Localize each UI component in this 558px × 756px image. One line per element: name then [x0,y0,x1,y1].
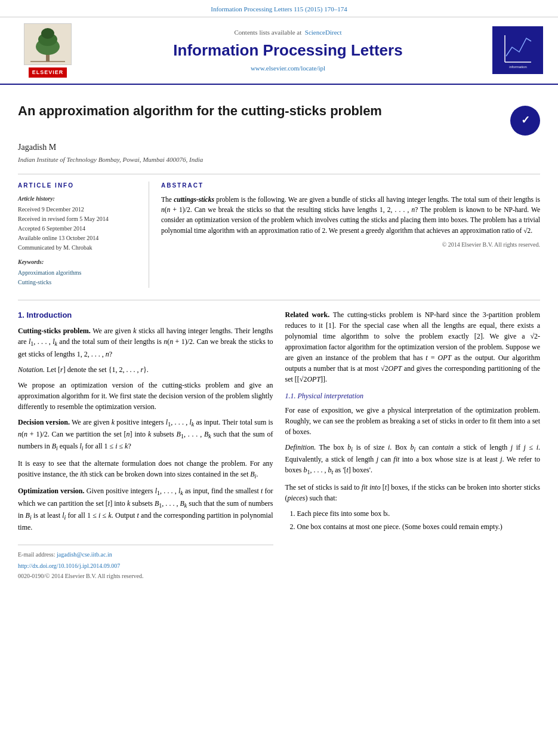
optimization-version-para: Optimization version. Given positive int… [18,485,273,533]
list-item-2: One box contains at most one piece. (Som… [297,521,541,532]
alternate-form-para: It is easy to see that the alternate for… [18,458,273,481]
author-name: Jagadish M [18,142,540,153]
email-line: E-mail address: jagadish@cse.iitb.ac.in [18,550,273,559]
journal-logo-right: information [492,26,546,74]
article-body: An approximation algorithm for the cutti… [0,85,558,593]
fits-into-text: The set of sticks is said to fit into [t… [285,482,541,503]
email-link[interactable]: jagadish@cse.iitb.ac.in [57,551,112,558]
cutting-sticks-problem-para: Cutting-sticks problem. We are given k s… [18,325,273,359]
issn-line: 0020-0190/© 2014 Elsevier B.V. All right… [18,571,273,580]
decision-version-para: Decision version. We are given k positiv… [18,417,273,453]
section-1-title: 1. Introduction [18,309,273,321]
crossmark-icon: ✓ [521,113,530,128]
journal-reference-link[interactable]: Information Processing Letters 115 (2015… [211,5,347,13]
list-item-1: Each piece fits into some box bᵢ. [297,508,541,519]
elsevier-brand-text: ELSEVIER [29,67,67,78]
abstract-heading: ABSTRACT [161,182,540,190]
journal-url-link[interactable]: www.elsevier.com/locate/ipl [251,64,325,72]
keyword-2: Cutting-sticks [18,278,140,287]
journal-header: ELSEVIER Contents lists available at Sci… [0,17,558,85]
proposal-text-para: We propose an optimization version of th… [18,380,273,412]
svg-text:information: information [509,65,527,69]
article-footer: E-mail address: jagadish@cse.iitb.ac.in … [18,545,273,580]
article-info-column: ARTICLE INFO Article history: Received 9… [18,182,149,288]
history-item-5: Communicated by M. Chrobak [18,244,140,252]
doi-link[interactable]: http://dx.doi.org/10.1016/j.ipl.2014.09.… [18,563,120,569]
abstract-text: The cuttings-sticks problem is the follo… [161,195,540,236]
main-two-column-body: 1. Introduction Cutting-sticks problem. … [18,300,540,581]
crossmark-badge: ✓ [510,106,540,136]
related-work-para: Related work. The cutting-sticks problem… [285,309,541,385]
journal-title: Information Processing Letters [90,39,486,61]
fits-into-list: Each piece fits into some box bᵢ. One bo… [297,508,541,532]
copyright-line: © 2014 Elsevier B.V. All rights reserved… [161,241,540,249]
contents-available-line: Contents lists available at ScienceDirec… [90,28,486,37]
article-title-section: An approximation algorithm for the cutti… [18,91,540,142]
physical-interpretation-title: 1.1. Physical interpretation [285,391,541,401]
notation-para: Notation. Let [r] denote the set {1, 2, … [18,364,273,375]
keyword-1: Approximation algorithms [18,269,140,277]
author-affiliation: Indian Institute of Technology Bombay, P… [18,155,540,164]
history-item-3: Accepted 6 September 2014 [18,225,140,233]
history-label: Article history: [18,195,140,203]
doi-line: http://dx.doi.org/10.1016/j.ipl.2014.09.… [18,561,273,570]
abstract-column: ABSTRACT The cuttings-sticks problem is … [161,182,540,288]
history-item-4: Available online 13 October 2014 [18,234,140,242]
history-item-1: Received 9 December 2012 [18,205,140,214]
physical-interpretation-intro: For ease of exposition, we give a physic… [285,405,541,437]
journal-center-info: Contents lists available at ScienceDirec… [90,28,486,73]
svg-point-3 [41,28,54,39]
left-column: 1. Introduction Cutting-sticks problem. … [18,309,273,581]
top-bar: Information Processing Letters 115 (2015… [0,0,558,17]
journal-logo-box: information [492,26,543,74]
elsevier-logo: ELSEVIER [12,23,84,78]
article-info-heading: ARTICLE INFO [18,182,140,190]
history-item-2: Received in revised form 5 May 2014 [18,215,140,223]
journal-url-line: www.elsevier.com/locate/ipl [90,64,486,73]
sciencedirect-link[interactable]: ScienceDirect [305,29,342,36]
email-label: E-mail address: [18,551,55,558]
article-info-abstract-section: ARTICLE INFO Article history: Received 9… [18,174,540,288]
definition-para: Definition. The box bi is of size i. Box… [285,442,541,477]
keywords-label: Keywords: [18,258,140,266]
elsevier-tree-graphic [24,23,72,65]
right-column: Related work. The cutting-sticks problem… [285,309,541,581]
article-title: An approximation algorithm for the cutti… [18,103,382,120]
